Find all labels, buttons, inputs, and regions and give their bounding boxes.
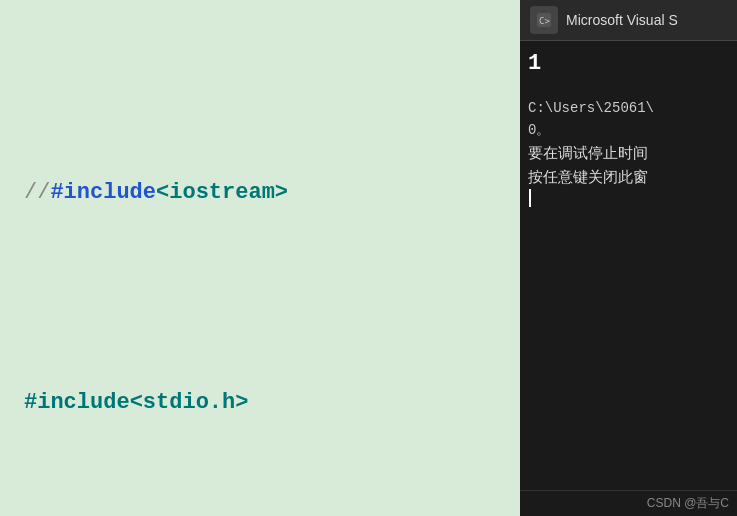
stdio-text: <stdio.h> xyxy=(130,382,249,424)
no-fold-2 xyxy=(8,382,24,424)
svg-text:C>: C> xyxy=(539,16,550,26)
code-content: //#include<iostream> #include<stdio.h> i… xyxy=(0,0,520,516)
console-icon: C> xyxy=(530,6,558,34)
console-text-2: 按任意键关闭此窗 xyxy=(528,165,729,189)
include-kw: #include xyxy=(24,382,130,424)
include-text: #include xyxy=(50,172,156,214)
line-include: #include<stdio.h> xyxy=(0,382,520,424)
code-editor: //#include<iostream> #include<stdio.h> i… xyxy=(0,0,520,516)
no-fold xyxy=(8,172,24,214)
console-body: 1 C:\Users\25061\ 0。 要在调试停止时间 按任意键关闭此窗 xyxy=(520,41,737,490)
console-cursor xyxy=(529,189,531,207)
console-cursor-line xyxy=(528,189,729,207)
console-text-1: 要在调试停止时间 xyxy=(528,141,729,165)
console-path-2: 0。 xyxy=(528,119,729,141)
iostream-text: <iostream> xyxy=(156,172,288,214)
console-header: C> Microsoft Visual S xyxy=(520,0,737,41)
console-panel: C> Microsoft Visual S 1 C:\Users\25061\ … xyxy=(520,0,737,516)
line-comment: //#include<iostream> xyxy=(0,172,520,214)
console-path-1: C:\Users\25061\ xyxy=(528,97,729,119)
console-footer-text: CSDN @吾与C xyxy=(647,496,729,510)
comment-text: // xyxy=(24,172,50,214)
console-output-number: 1 xyxy=(528,51,729,77)
console-title-text: Microsoft Visual S xyxy=(566,12,678,28)
console-footer: CSDN @吾与C xyxy=(520,490,737,516)
